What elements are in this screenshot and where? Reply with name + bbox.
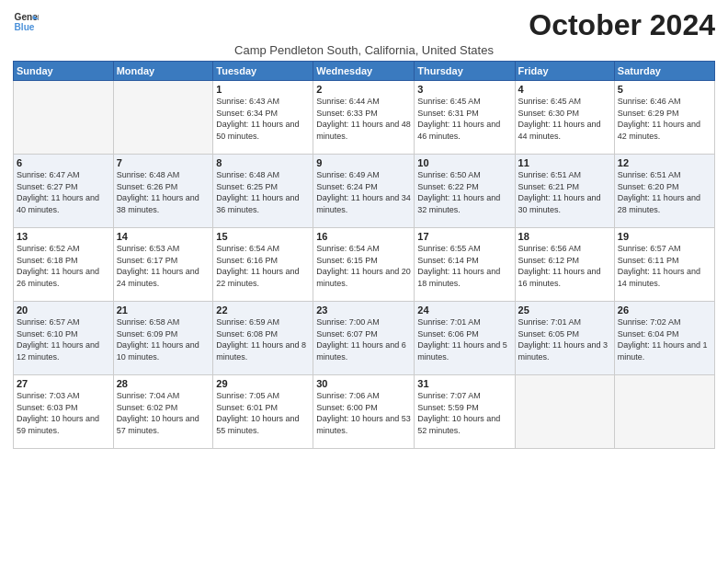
day-number: 10 — [417, 157, 511, 168]
day-info: Sunrise: 6:47 AM Sunset: 6:27 PM Dayligh… — [17, 169, 110, 215]
calendar-cell: 24Sunrise: 7:01 AM Sunset: 6:06 PM Dayli… — [415, 302, 515, 375]
weekday-header-thursday: Thursday — [415, 62, 515, 81]
calendar-page: General Blue October 2024 Camp Pendleton… — [0, 0, 728, 563]
day-info: Sunrise: 6:54 AM Sunset: 6:16 PM Dayligh… — [216, 243, 310, 289]
day-info: Sunrise: 7:03 AM Sunset: 6:03 PM Dayligh… — [17, 390, 110, 436]
calendar-cell: 31Sunrise: 7:07 AM Sunset: 5:59 PM Dayli… — [415, 375, 515, 449]
calendar-cell: 12Sunrise: 6:51 AM Sunset: 6:20 PM Dayli… — [614, 155, 714, 228]
week-row-1: 1Sunrise: 6:43 AM Sunset: 6:34 PM Daylig… — [14, 81, 715, 155]
calendar-cell: 5Sunrise: 6:46 AM Sunset: 6:29 PM Daylig… — [614, 81, 714, 155]
logo: General Blue — [13, 9, 39, 35]
day-info: Sunrise: 6:51 AM Sunset: 6:20 PM Dayligh… — [618, 169, 711, 215]
calendar-cell — [113, 81, 213, 155]
day-number: 31 — [417, 378, 511, 389]
day-info: Sunrise: 6:52 AM Sunset: 6:18 PM Dayligh… — [17, 243, 110, 289]
calendar-cell: 17Sunrise: 6:55 AM Sunset: 6:14 PM Dayli… — [415, 228, 515, 302]
day-number: 6 — [17, 157, 110, 168]
day-number: 14 — [117, 231, 210, 242]
day-info: Sunrise: 6:43 AM Sunset: 6:34 PM Dayligh… — [216, 96, 310, 142]
day-number: 21 — [117, 304, 210, 316]
day-info: Sunrise: 7:01 AM Sunset: 6:06 PM Dayligh… — [417, 316, 511, 362]
calendar-cell: 21Sunrise: 6:58 AM Sunset: 6:09 PM Dayli… — [113, 302, 213, 375]
day-info: Sunrise: 6:51 AM Sunset: 6:21 PM Dayligh… — [518, 169, 611, 215]
weekday-header-friday: Friday — [515, 62, 614, 81]
calendar-cell — [14, 81, 114, 155]
week-row-2: 6Sunrise: 6:47 AM Sunset: 6:27 PM Daylig… — [14, 155, 715, 228]
week-row-3: 13Sunrise: 6:52 AM Sunset: 6:18 PM Dayli… — [14, 228, 715, 302]
calendar-cell: 15Sunrise: 6:54 AM Sunset: 6:16 PM Dayli… — [213, 228, 313, 302]
week-row-5: 27Sunrise: 7:03 AM Sunset: 6:03 PM Dayli… — [14, 375, 715, 449]
day-number: 26 — [618, 304, 711, 316]
day-number: 16 — [316, 231, 411, 242]
weekday-header-monday: Monday — [113, 62, 213, 81]
calendar-table: SundayMondayTuesdayWednesdayThursdayFrid… — [13, 61, 715, 449]
calendar-cell: 9Sunrise: 6:49 AM Sunset: 6:24 PM Daylig… — [313, 155, 415, 228]
calendar-cell: 25Sunrise: 7:01 AM Sunset: 6:05 PM Dayli… — [515, 302, 614, 375]
day-info: Sunrise: 7:02 AM Sunset: 6:04 PM Dayligh… — [618, 316, 711, 362]
day-info: Sunrise: 6:44 AM Sunset: 6:33 PM Dayligh… — [316, 96, 411, 142]
calendar-cell — [515, 375, 614, 449]
main-title: October 2024 — [529, 9, 715, 41]
calendar-cell: 28Sunrise: 7:04 AM Sunset: 6:02 PM Dayli… — [113, 375, 213, 449]
day-info: Sunrise: 6:48 AM Sunset: 6:26 PM Dayligh… — [117, 169, 210, 215]
day-info: Sunrise: 6:57 AM Sunset: 6:11 PM Dayligh… — [618, 243, 711, 289]
day-info: Sunrise: 6:54 AM Sunset: 6:15 PM Dayligh… — [316, 243, 411, 289]
calendar-cell: 7Sunrise: 6:48 AM Sunset: 6:26 PM Daylig… — [113, 155, 213, 228]
day-info: Sunrise: 6:49 AM Sunset: 6:24 PM Dayligh… — [316, 169, 411, 215]
calendar-cell: 16Sunrise: 6:54 AM Sunset: 6:15 PM Dayli… — [313, 228, 415, 302]
day-info: Sunrise: 7:05 AM Sunset: 6:01 PM Dayligh… — [216, 390, 310, 436]
day-number: 30 — [316, 378, 411, 389]
day-number: 19 — [618, 231, 711, 242]
svg-text:Blue: Blue — [15, 22, 35, 32]
day-number: 17 — [417, 231, 511, 242]
calendar-cell: 13Sunrise: 6:52 AM Sunset: 6:18 PM Dayli… — [14, 228, 114, 302]
calendar-cell: 1Sunrise: 6:43 AM Sunset: 6:34 PM Daylig… — [213, 81, 313, 155]
weekday-header-wednesday: Wednesday — [313, 62, 415, 81]
day-info: Sunrise: 7:04 AM Sunset: 6:02 PM Dayligh… — [117, 390, 210, 436]
day-info: Sunrise: 6:59 AM Sunset: 6:08 PM Dayligh… — [216, 316, 310, 362]
calendar-cell: 26Sunrise: 7:02 AM Sunset: 6:04 PM Dayli… — [614, 302, 714, 375]
day-number: 9 — [316, 157, 411, 168]
day-info: Sunrise: 6:58 AM Sunset: 6:09 PM Dayligh… — [117, 316, 210, 362]
day-number: 18 — [518, 231, 611, 242]
calendar-cell: 2Sunrise: 6:44 AM Sunset: 6:33 PM Daylig… — [313, 81, 415, 155]
logo-icon: General Blue — [13, 9, 39, 35]
weekday-header-sunday: Sunday — [14, 62, 114, 81]
day-number: 27 — [17, 378, 110, 389]
day-number: 1 — [216, 84, 310, 95]
day-number: 12 — [618, 157, 711, 168]
day-number: 4 — [518, 84, 611, 95]
day-info: Sunrise: 7:06 AM Sunset: 6:00 PM Dayligh… — [316, 390, 411, 436]
day-number: 29 — [216, 378, 310, 389]
day-info: Sunrise: 6:53 AM Sunset: 6:17 PM Dayligh… — [117, 243, 210, 289]
day-info: Sunrise: 7:01 AM Sunset: 6:05 PM Dayligh… — [518, 316, 611, 362]
day-info: Sunrise: 7:00 AM Sunset: 6:07 PM Dayligh… — [316, 316, 411, 362]
day-number: 20 — [17, 304, 110, 316]
calendar-cell: 30Sunrise: 7:06 AM Sunset: 6:00 PM Dayli… — [313, 375, 415, 449]
day-number: 24 — [417, 304, 511, 316]
calendar-cell: 3Sunrise: 6:45 AM Sunset: 6:31 PM Daylig… — [415, 81, 515, 155]
day-info: Sunrise: 7:07 AM Sunset: 5:59 PM Dayligh… — [417, 390, 511, 436]
day-info: Sunrise: 6:45 AM Sunset: 6:31 PM Dayligh… — [417, 96, 511, 142]
calendar-cell: 22Sunrise: 6:59 AM Sunset: 6:08 PM Dayli… — [213, 302, 313, 375]
day-number: 15 — [216, 231, 310, 242]
day-number: 5 — [618, 84, 711, 95]
calendar-cell: 20Sunrise: 6:57 AM Sunset: 6:10 PM Dayli… — [14, 302, 114, 375]
day-number: 3 — [417, 84, 511, 95]
weekday-header-tuesday: Tuesday — [213, 62, 313, 81]
calendar-cell: 4Sunrise: 6:45 AM Sunset: 6:30 PM Daylig… — [515, 81, 614, 155]
day-number: 23 — [316, 304, 411, 316]
calendar-cell: 29Sunrise: 7:05 AM Sunset: 6:01 PM Dayli… — [213, 375, 313, 449]
weekday-header-row: SundayMondayTuesdayWednesdayThursdayFrid… — [14, 62, 715, 81]
day-number: 8 — [216, 157, 310, 168]
calendar-cell — [614, 375, 714, 449]
day-number: 13 — [17, 231, 110, 242]
calendar-cell: 10Sunrise: 6:50 AM Sunset: 6:22 PM Dayli… — [415, 155, 515, 228]
day-number: 11 — [518, 157, 611, 168]
calendar-cell: 8Sunrise: 6:48 AM Sunset: 6:25 PM Daylig… — [213, 155, 313, 228]
subtitle: Camp Pendleton South, California, United… — [13, 43, 715, 57]
day-number: 28 — [117, 378, 210, 389]
day-number: 7 — [117, 157, 210, 168]
day-info: Sunrise: 6:50 AM Sunset: 6:22 PM Dayligh… — [417, 169, 511, 215]
header: General Blue October 2024 — [13, 9, 715, 41]
